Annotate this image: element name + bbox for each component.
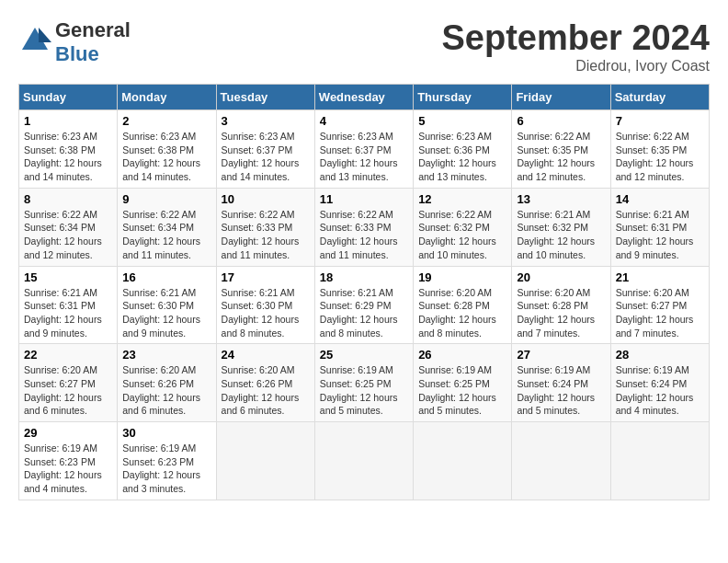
- col-sunday: Sunday: [19, 85, 118, 110]
- day-info: Sunrise: 6:23 AMSunset: 6:37 PMDaylight:…: [222, 130, 310, 184]
- day-info: Sunrise: 6:20 AMSunset: 6:28 PMDaylight:…: [517, 286, 605, 340]
- calendar-week-row: 22Sunrise: 6:20 AMSunset: 6:27 PMDayligh…: [19, 344, 710, 422]
- day-number: 29: [24, 426, 112, 440]
- day-info: Sunrise: 6:21 AMSunset: 6:29 PMDaylight:…: [320, 286, 408, 340]
- table-row: [314, 422, 413, 500]
- day-info: Sunrise: 6:19 AMSunset: 6:25 PMDaylight:…: [418, 363, 506, 418]
- day-number: 7: [616, 114, 704, 128]
- calendar-week-row: 15Sunrise: 6:21 AMSunset: 6:31 PMDayligh…: [19, 266, 710, 344]
- day-number: 27: [517, 348, 605, 362]
- table-row: 27Sunrise: 6:19 AMSunset: 6:24 PMDayligh…: [512, 344, 610, 422]
- table-row: 9Sunrise: 6:22 AMSunset: 6:34 PMDaylight…: [118, 188, 216, 266]
- day-number: 22: [24, 348, 112, 362]
- col-saturday: Saturday: [610, 85, 709, 110]
- table-row: 22Sunrise: 6:20 AMSunset: 6:27 PMDayligh…: [19, 344, 118, 422]
- day-number: 3: [222, 114, 310, 128]
- day-number: 24: [222, 348, 310, 362]
- day-info: Sunrise: 6:20 AMSunset: 6:26 PMDaylight:…: [122, 363, 210, 418]
- day-info: Sunrise: 6:19 AMSunset: 6:23 PMDaylight:…: [24, 442, 112, 496]
- col-monday: Monday: [118, 85, 216, 110]
- day-number: 28: [616, 348, 704, 362]
- table-row: [512, 422, 610, 500]
- day-info: Sunrise: 6:21 AMSunset: 6:30 PMDaylight:…: [222, 286, 310, 340]
- day-number: 1: [24, 114, 112, 128]
- calendar-table: Sunday Monday Tuesday Wednesday Thursday…: [18, 84, 710, 500]
- day-info: Sunrise: 6:19 AMSunset: 6:23 PMDaylight:…: [122, 442, 210, 496]
- calendar-week-row: 1Sunrise: 6:23 AMSunset: 6:38 PMDaylight…: [19, 110, 710, 189]
- day-number: 14: [616, 192, 704, 206]
- table-row: 17Sunrise: 6:21 AMSunset: 6:30 PMDayligh…: [216, 266, 314, 344]
- calendar-week-row: 29Sunrise: 6:19 AMSunset: 6:23 PMDayligh…: [19, 422, 710, 500]
- day-info: Sunrise: 6:22 AMSunset: 6:34 PMDaylight:…: [122, 208, 210, 262]
- table-row: [216, 422, 314, 500]
- table-row: 14Sunrise: 6:21 AMSunset: 6:31 PMDayligh…: [610, 188, 709, 266]
- table-row: 6Sunrise: 6:22 AMSunset: 6:35 PMDaylight…: [512, 110, 610, 189]
- day-info: Sunrise: 6:22 AMSunset: 6:34 PMDaylight:…: [24, 208, 112, 262]
- calendar-week-row: 8Sunrise: 6:22 AMSunset: 6:34 PMDaylight…: [19, 188, 710, 266]
- col-thursday: Thursday: [414, 85, 512, 110]
- table-row: [414, 422, 512, 500]
- day-info: Sunrise: 6:21 AMSunset: 6:32 PMDaylight:…: [517, 208, 605, 262]
- table-row: 1Sunrise: 6:23 AMSunset: 6:38 PMDaylight…: [19, 110, 118, 189]
- day-number: 15: [24, 270, 112, 284]
- day-number: 10: [222, 192, 310, 206]
- day-info: Sunrise: 6:19 AMSunset: 6:25 PMDaylight:…: [320, 363, 408, 418]
- page-header: General Blue September 2024 Diedrou, Ivo…: [18, 18, 710, 75]
- day-number: 11: [320, 192, 408, 206]
- day-info: Sunrise: 6:22 AMSunset: 6:35 PMDaylight:…: [616, 130, 704, 184]
- month-title: September 2024: [442, 18, 711, 58]
- day-number: 9: [122, 192, 210, 206]
- logo-text: General Blue: [55, 18, 131, 66]
- day-number: 26: [418, 348, 506, 362]
- table-row: 4Sunrise: 6:23 AMSunset: 6:37 PMDaylight…: [314, 110, 413, 189]
- table-row: 26Sunrise: 6:19 AMSunset: 6:25 PMDayligh…: [414, 344, 512, 422]
- day-number: 19: [418, 270, 506, 284]
- day-info: Sunrise: 6:20 AMSunset: 6:27 PMDaylight:…: [24, 363, 112, 418]
- day-info: Sunrise: 6:21 AMSunset: 6:31 PMDaylight:…: [24, 286, 112, 340]
- calendar-header-row: Sunday Monday Tuesday Wednesday Thursday…: [19, 85, 710, 110]
- day-number: 13: [517, 192, 605, 206]
- table-row: 18Sunrise: 6:21 AMSunset: 6:29 PMDayligh…: [314, 266, 413, 344]
- table-row: 10Sunrise: 6:22 AMSunset: 6:33 PMDayligh…: [216, 188, 314, 266]
- location-subtitle: Diedrou, Ivory Coast: [442, 58, 711, 75]
- day-info: Sunrise: 6:23 AMSunset: 6:38 PMDaylight:…: [122, 130, 210, 184]
- day-info: Sunrise: 6:20 AMSunset: 6:27 PMDaylight:…: [616, 286, 704, 340]
- svg-marker-1: [39, 28, 51, 42]
- col-friday: Friday: [512, 85, 610, 110]
- table-row: 7Sunrise: 6:22 AMSunset: 6:35 PMDaylight…: [610, 110, 709, 189]
- title-block: September 2024 Diedrou, Ivory Coast: [442, 18, 711, 75]
- day-number: 16: [122, 270, 210, 284]
- day-number: 12: [418, 192, 506, 206]
- day-number: 23: [122, 348, 210, 362]
- day-number: 6: [517, 114, 605, 128]
- table-row: 2Sunrise: 6:23 AMSunset: 6:38 PMDaylight…: [118, 110, 216, 189]
- table-row: 16Sunrise: 6:21 AMSunset: 6:30 PMDayligh…: [118, 266, 216, 344]
- day-number: 4: [320, 114, 408, 128]
- col-tuesday: Tuesday: [216, 85, 314, 110]
- day-number: 17: [222, 270, 310, 284]
- day-info: Sunrise: 6:19 AMSunset: 6:24 PMDaylight:…: [517, 363, 605, 418]
- day-info: Sunrise: 6:22 AMSunset: 6:33 PMDaylight:…: [222, 208, 310, 262]
- logo: General Blue: [18, 18, 131, 66]
- table-row: 11Sunrise: 6:22 AMSunset: 6:33 PMDayligh…: [314, 188, 413, 266]
- table-row: 3Sunrise: 6:23 AMSunset: 6:37 PMDaylight…: [216, 110, 314, 189]
- day-number: 8: [24, 192, 112, 206]
- table-row: 25Sunrise: 6:19 AMSunset: 6:25 PMDayligh…: [314, 344, 413, 422]
- table-row: 19Sunrise: 6:20 AMSunset: 6:28 PMDayligh…: [414, 266, 512, 344]
- day-number: 2: [122, 114, 210, 128]
- table-row: 30Sunrise: 6:19 AMSunset: 6:23 PMDayligh…: [118, 422, 216, 500]
- day-info: Sunrise: 6:21 AMSunset: 6:31 PMDaylight:…: [616, 208, 704, 262]
- table-row: 21Sunrise: 6:20 AMSunset: 6:27 PMDayligh…: [610, 266, 709, 344]
- day-number: 20: [517, 270, 605, 284]
- day-number: 25: [320, 348, 408, 362]
- day-number: 21: [616, 270, 704, 284]
- col-wednesday: Wednesday: [314, 85, 413, 110]
- day-info: Sunrise: 6:23 AMSunset: 6:36 PMDaylight:…: [418, 130, 506, 184]
- table-row: 15Sunrise: 6:21 AMSunset: 6:31 PMDayligh…: [19, 266, 118, 344]
- table-row: 8Sunrise: 6:22 AMSunset: 6:34 PMDaylight…: [19, 188, 118, 266]
- table-row: 28Sunrise: 6:19 AMSunset: 6:24 PMDayligh…: [610, 344, 709, 422]
- day-info: Sunrise: 6:22 AMSunset: 6:33 PMDaylight:…: [320, 208, 408, 262]
- day-info: Sunrise: 6:22 AMSunset: 6:35 PMDaylight:…: [517, 130, 605, 184]
- table-row: 24Sunrise: 6:20 AMSunset: 6:26 PMDayligh…: [216, 344, 314, 422]
- day-info: Sunrise: 6:19 AMSunset: 6:24 PMDaylight:…: [616, 363, 704, 418]
